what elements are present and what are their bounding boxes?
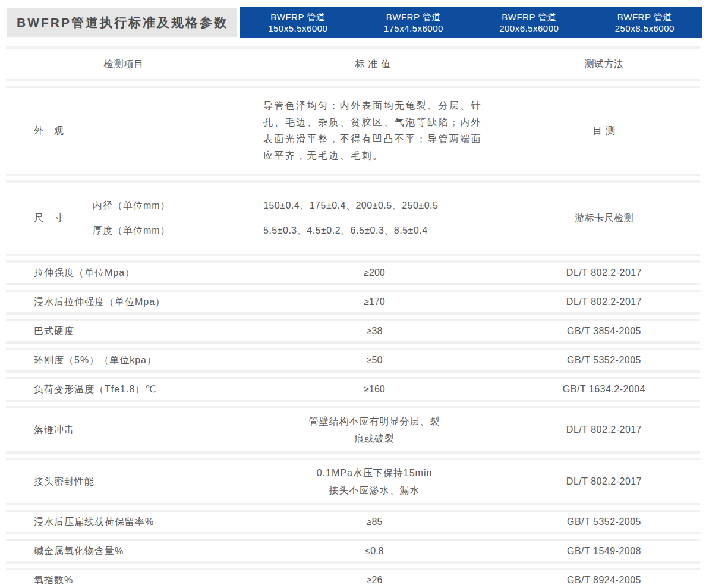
row-test-method: GB/T 5352-2005 <box>535 517 700 527</box>
pipe-spec-size: 150x5.5x6000 <box>268 23 327 34</box>
table-row: 负荷变形温度（Tfe1.8）℃ ≥160 GB/T 1634.2-2004 <box>6 377 700 402</box>
top-strip: BWFRP管道执行标准及规格参数 BWFRP 管道 150x5.5x6000 B… <box>0 0 706 38</box>
row-standard-value: 150±0.4、175±0.4、200±0.5、250±0.5 5.5±0.3、… <box>214 183 535 254</box>
dimension-sublabel-inner-diameter: 内径（单位mm） <box>93 193 171 218</box>
row-item-label: 碱金属氧化物含量% <box>6 545 214 558</box>
table-row: 浸水后压扁线载荷保留率% ≥85 GB/T 5352-2005 <box>6 510 700 534</box>
row-test-method: DL/T 802.2-2017 <box>535 297 700 307</box>
table-row-appearance: 外 观 导管色泽均匀：内外表面均无龟裂、分层、针 孔、毛边、杂质、贫胶区、气泡等… <box>6 86 700 176</box>
row-standard-value: 导管色泽均匀：内外表面均无龟裂、分层、针 孔、毛边、杂质、贫胶区、气泡等缺陷；内… <box>214 98 535 164</box>
table-row-dimensions: 尺 寸 内径（单位mm） 厚度（单位mm） 150±0.4、175±0.4、20… <box>6 180 700 256</box>
row-standard-value: ≥200 <box>214 268 535 278</box>
pipe-spec-name: BWFRP 管道 <box>386 11 441 23</box>
column-header-standard: 标准值 <box>214 58 535 71</box>
row-standard-value: 管壁结构不应有明显分层、裂 痕或破裂 <box>214 413 535 447</box>
dimension-value-thickness: 5.5±0.3、4.5±0.2、6.5±0.3、8.5±0.4 <box>263 218 535 243</box>
row-item-label: 浸水后压扁线载荷保留率% <box>6 516 214 529</box>
row-item-label: 浸水后拉伸强度（单位Mpa） <box>6 296 214 309</box>
pipe-spec-size: 200x6.5x6000 <box>499 23 559 34</box>
dimension-values: 150±0.4、175±0.4、200±0.5、250±0.5 5.5±0.3、… <box>263 193 535 243</box>
pipe-spec-bar: BWFRP 管道 150x5.5x6000 BWFRP 管道 175x4.5x6… <box>240 7 702 38</box>
spec-table: 检测项目 标准值 测试方法 外 观 导管色泽均匀：内外表面均无龟裂、分层、针 孔… <box>6 46 700 588</box>
row-item-label: 巴式硬度 <box>6 325 214 338</box>
table-row: 拉伸强度（单位Mpa） ≥200 DL/T 802.2-2017 <box>6 260 700 285</box>
row-test-method: GB/T 1549-2008 <box>535 546 700 556</box>
row-standard-value: 0.1MPa水压下保持15min 接头不应渗水、漏水 <box>214 464 535 499</box>
table-row: 浸水后拉伸强度（单位Mpa） ≥170 DL/T 802.2-2017 <box>6 290 700 315</box>
table-row: 巴式硬度 ≥38 GB/T 3854-2005 <box>6 319 700 344</box>
dimension-sublabel-thickness: 厚度（单位mm） <box>93 218 171 243</box>
row-standard-value: ≥85 <box>214 517 535 527</box>
table-row-drop-impact: 落锤冲击 管壁结构不应有明显分层、裂 痕或破裂 DL/T 802.2-2017 <box>6 406 700 454</box>
row-item-label: 尺 寸 内径（单位mm） 厚度（单位mm） <box>6 193 214 243</box>
column-header-method: 测试方法 <box>535 58 700 71</box>
row-item-label: 负荷变形温度（Tfe1.8）℃ <box>6 383 214 396</box>
row-test-method: GB/T 8924-2005 <box>535 575 700 586</box>
table-row: 碱金属氧化物含量% ≤0.8 GB/T 1549-2008 <box>6 539 700 564</box>
pipe-spec-name: BWFRP 管道 <box>502 11 556 23</box>
row-test-method: 目 测 <box>535 125 700 137</box>
row-standard-value: ≥160 <box>214 384 535 395</box>
table-row-joint-seal: 接头密封性能 0.1MPa水压下保持15min 接头不应渗水、漏水 DL/T 8… <box>6 458 700 505</box>
row-standard-value: ≥26 <box>214 575 535 586</box>
row-item-label: 落锤冲击 <box>6 424 214 436</box>
dimension-sublabels: 内径（单位mm） 厚度（单位mm） <box>93 193 171 243</box>
row-item-label: 环刚度（5%）（单位kpa） <box>6 354 214 367</box>
table-row: 环刚度（5%）（单位kpa） ≥50 GB/T 5352-2005 <box>6 348 700 373</box>
row-test-method: DL/T 802.2-2017 <box>535 476 700 487</box>
row-item-label: 接头密封性能 <box>6 476 214 488</box>
pipe-spec-name: BWFRP 管道 <box>270 11 325 23</box>
pipe-spec-col: BWFRP 管道 175x4.5x6000 <box>356 7 472 38</box>
row-test-method: GB/T 5352-2005 <box>535 355 700 366</box>
appearance-standard-paragraph: 导管色泽均匀：内外表面均无龟裂、分层、针 孔、毛边、杂质、贫胶区、气泡等缺陷；内… <box>263 98 482 164</box>
row-standard-value: ≤0.8 <box>214 546 535 556</box>
pipe-spec-col: BWFRP 管道 250x8.5x6000 <box>587 7 703 38</box>
row-test-method: DL/T 802.2-2017 <box>535 425 700 435</box>
dimensions-label: 尺 寸 <box>34 212 64 225</box>
row-standard-value: ≥170 <box>214 297 535 307</box>
pipe-spec-size: 250x8.5x6000 <box>615 23 675 34</box>
row-test-method: DL/T 802.2-2017 <box>535 268 700 278</box>
row-item-label: 外 观 <box>6 125 214 137</box>
pipe-spec-size: 175x4.5x6000 <box>384 23 443 34</box>
pipe-spec-col: BWFRP 管道 200x6.5x6000 <box>471 7 587 38</box>
row-test-method: 游标卡尺检测 <box>535 212 700 225</box>
row-test-method: GB/T 3854-2005 <box>535 326 700 337</box>
row-item-label: 氧指数% <box>6 574 214 587</box>
row-standard-value: ≥38 <box>214 326 535 337</box>
row-item-label: 拉伸强度（单位Mpa） <box>6 267 214 279</box>
table-row: 氧指数% ≥26 GB/T 8924-2005 <box>6 568 700 588</box>
row-test-method: GB/T 1634.2-2004 <box>535 384 700 395</box>
table-header-row: 检测项目 标准值 测试方法 <box>6 46 700 81</box>
spec-sheet-page: BWFRP管道执行标准及规格参数 BWFRP 管道 150x5.5x6000 B… <box>0 0 706 588</box>
page-title: BWFRP管道执行标准及规格参数 <box>7 8 237 37</box>
column-header-item: 检测项目 <box>6 58 214 71</box>
dimension-value-inner-diameter: 150±0.4、175±0.4、200±0.5、250±0.5 <box>263 193 535 218</box>
row-standard-value: ≥50 <box>214 355 535 366</box>
pipe-spec-name: BWFRP 管道 <box>617 11 672 23</box>
pipe-spec-col: BWFRP 管道 150x5.5x6000 <box>240 7 356 38</box>
